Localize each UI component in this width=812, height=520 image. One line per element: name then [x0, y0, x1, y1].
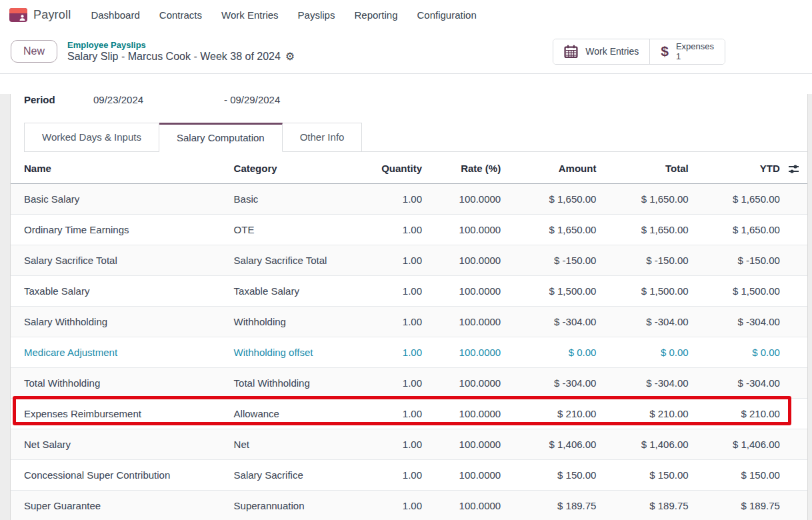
col-header-rate[interactable]: Rate (%) [422, 153, 501, 183]
cell-total[interactable]: $ 1,650.00 [596, 214, 688, 245]
cell-name[interactable]: Net Salary [11, 429, 234, 459]
table-row[interactable]: Ordinary Time Earnings OTE 1.00 100.0000… [11, 214, 807, 245]
col-header-name[interactable]: Name [11, 153, 234, 183]
payroll-app-icon[interactable] [9, 8, 27, 22]
cell-rate[interactable]: 100.0000 [422, 214, 501, 245]
tab-item[interactable]: Salary Computation [159, 123, 283, 152]
cell-amount[interactable]: $ 0.00 [501, 337, 596, 367]
work-entries-button[interactable]: Work Entries [553, 39, 649, 64]
cell-amount[interactable]: $ 1,406.00 [501, 429, 596, 459]
cell-total[interactable]: $ 210.00 [596, 398, 688, 429]
cell-category[interactable]: Taxable Salary [234, 275, 367, 306]
nav-menu-item[interactable]: Work Entries [220, 7, 280, 23]
nav-menu-item[interactable]: Configuration [416, 7, 478, 23]
cell-ytd[interactable]: $ -304.00 [689, 306, 780, 337]
breadcrumb-parent-link[interactable]: Employee Payslips [67, 40, 295, 50]
expenses-button[interactable]: $ Expenses 1 [649, 39, 725, 64]
cell-name[interactable]: Concessional Super Contribution [11, 459, 234, 490]
cell-ytd[interactable]: $ 0.00 [689, 337, 780, 367]
cell-category[interactable]: OTE [234, 214, 367, 245]
nav-menu-item[interactable]: Contracts [158, 7, 203, 23]
cell-rate[interactable]: 100.0000 [422, 459, 501, 490]
cell-ytd[interactable]: $ -304.00 [689, 367, 780, 398]
cell-rate[interactable]: 100.0000 [422, 398, 501, 429]
table-row[interactable]: Medicare Adjustment Withholding offset 1… [11, 337, 807, 367]
cell-amount[interactable]: $ 1,650.00 [501, 214, 596, 245]
cell-ytd[interactable]: $ 1,650.00 [689, 214, 780, 245]
cell-amount[interactable]: $ -150.00 [501, 245, 596, 275]
cell-ytd[interactable]: $ 1,650.00 [689, 183, 780, 214]
cell-ytd[interactable]: $ 210.00 [689, 398, 780, 429]
cell-name[interactable]: Ordinary Time Earnings [11, 214, 234, 245]
col-header-ytd[interactable]: YTD [689, 153, 780, 183]
cell-amount[interactable]: $ -304.00 [501, 306, 596, 337]
cell-quantity[interactable]: 1.00 [367, 398, 422, 429]
settings-gear-icon[interactable]: ⚙ [285, 51, 295, 62]
cell-ytd[interactable]: $ -150.00 [689, 245, 780, 275]
cell-quantity[interactable]: 1.00 [367, 245, 422, 275]
col-header-category[interactable]: Category [234, 153, 367, 183]
cell-quantity[interactable]: 1.00 [367, 367, 422, 398]
cell-total[interactable]: $ 1,406.00 [596, 429, 688, 459]
cell-amount[interactable]: $ 150.00 [501, 459, 596, 490]
cell-rate[interactable]: 100.0000 [422, 429, 501, 459]
app-name[interactable]: Payroll [33, 8, 71, 22]
cell-name[interactable]: Salary Withholding [11, 306, 234, 337]
cell-amount[interactable]: $ 210.00 [501, 398, 596, 429]
table-row[interactable]: Super Guarantee Superannuation 1.00 100.… [11, 490, 807, 520]
tab-item[interactable]: Other Info [283, 123, 363, 152]
cell-ytd[interactable]: $ 1,500.00 [689, 275, 780, 306]
cell-name[interactable]: Basic Salary [11, 183, 234, 214]
cell-rate[interactable]: 100.0000 [422, 275, 501, 306]
cell-quantity[interactable]: 1.00 [367, 429, 422, 459]
period-start-date[interactable]: 09/23/2024 [93, 94, 224, 106]
cell-category[interactable]: Salary Sacrifice Total [234, 245, 367, 275]
tab-item[interactable]: Worked Days & Inputs [24, 123, 159, 152]
cell-name[interactable]: Taxable Salary [11, 275, 234, 306]
col-header-quantity[interactable]: Quantity [367, 153, 422, 183]
cell-total[interactable]: $ -304.00 [596, 367, 688, 398]
cell-ytd[interactable]: $ 150.00 [689, 459, 780, 490]
cell-quantity[interactable]: 1.00 [367, 275, 422, 306]
cell-name[interactable]: Total Withholding [11, 367, 234, 398]
cell-category[interactable]: Salary Sacrifice [234, 459, 367, 490]
cell-rate[interactable]: 100.0000 [422, 367, 501, 398]
cell-amount[interactable]: $ -304.00 [501, 367, 596, 398]
cell-total[interactable]: $ 1,500.00 [596, 275, 688, 306]
cell-amount[interactable]: $ 189.75 [501, 490, 596, 520]
cell-category[interactable]: Total Withholding [234, 367, 367, 398]
nav-menu-item[interactable]: Reporting [353, 7, 399, 23]
cell-total[interactable]: $ 1,650.00 [596, 183, 688, 214]
cell-name[interactable]: Expenses Reimbursement [11, 398, 234, 429]
cell-category[interactable]: Allowance [234, 398, 367, 429]
cell-name[interactable]: Medicare Adjustment [11, 337, 234, 367]
cell-rate[interactable]: 100.0000 [422, 490, 501, 520]
table-row[interactable]: Net Salary Net 1.00 100.0000 $ 1,406.00 … [11, 429, 807, 459]
cell-quantity[interactable]: 1.00 [367, 306, 422, 337]
col-header-amount[interactable]: Amount [501, 153, 596, 183]
cell-ytd[interactable]: $ 189.75 [689, 490, 780, 520]
cell-amount[interactable]: $ 1,500.00 [501, 275, 596, 306]
table-row[interactable]: Total Withholding Total Withholding 1.00… [11, 367, 807, 398]
cell-quantity[interactable]: 1.00 [367, 459, 422, 490]
cell-rate[interactable]: 100.0000 [422, 245, 501, 275]
cell-total[interactable]: $ 189.75 [596, 490, 688, 520]
new-button[interactable]: New [11, 40, 57, 63]
cell-quantity[interactable]: 1.00 [367, 337, 422, 367]
cell-category[interactable]: Basic [234, 183, 367, 214]
optional-columns-sliders-icon[interactable] [788, 163, 799, 175]
cell-total[interactable]: $ 150.00 [596, 459, 688, 490]
cell-category[interactable]: Net [234, 429, 367, 459]
nav-menu-item[interactable]: Payslips [297, 7, 337, 23]
cell-quantity[interactable]: 1.00 [367, 490, 422, 520]
nav-menu-item[interactable]: Dashboard [89, 7, 141, 23]
table-row[interactable]: Basic Salary Basic 1.00 100.0000 $ 1,650… [11, 183, 807, 214]
cell-total[interactable]: $ 0.00 [596, 337, 688, 367]
cell-category[interactable]: Withholding offset [234, 337, 367, 367]
cell-category[interactable]: Superannuation [234, 490, 367, 520]
cell-quantity[interactable]: 1.00 [367, 183, 422, 214]
table-row[interactable]: Concessional Super Contribution Salary S… [11, 459, 807, 490]
cell-total[interactable]: $ -150.00 [596, 245, 688, 275]
table-row[interactable]: Taxable Salary Taxable Salary 1.00 100.0… [11, 275, 807, 306]
cell-amount[interactable]: $ 1,650.00 [501, 183, 596, 214]
